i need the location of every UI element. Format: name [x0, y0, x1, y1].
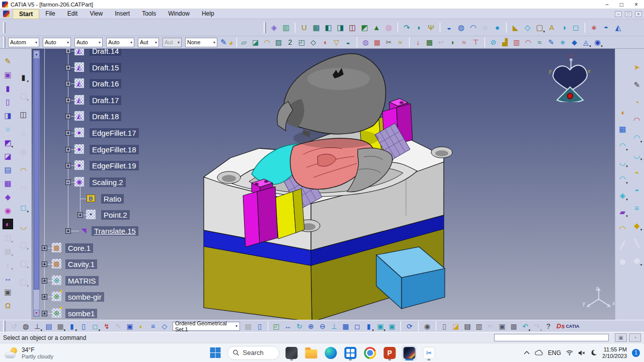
- surface-b-icon[interactable]: ◡: [617, 157, 628, 167]
- tray-chevron-icon[interactable]: [524, 351, 530, 355]
- stack-icon[interactable]: ≡: [148, 321, 158, 331]
- green-patch-icon[interactable]: ◗: [448, 37, 458, 47]
- boundary-icon[interactable]: ◇: [308, 37, 318, 47]
- sketch-dim-icon[interactable]: ✎: [113, 321, 123, 331]
- flash-surface-icon[interactable]: ◍: [361, 37, 371, 47]
- mesh-net-icon[interactable]: ▦: [372, 37, 382, 47]
- blue-fold-icon[interactable]: ◆: [570, 37, 580, 47]
- key-curve-icon[interactable]: ≈: [395, 37, 406, 47]
- cap-cyan-icon[interactable]: ◓: [631, 185, 642, 196]
- tree-expander-icon[interactable]: +: [65, 81, 71, 86]
- hole-icon[interactable]: ◉: [3, 205, 13, 216]
- diamond-wire-icon[interactable]: ◇: [159, 321, 170, 331]
- prism-icon[interactable]: ◩: [3, 137, 13, 148]
- blue-wings-icon[interactable]: ◬: [581, 37, 591, 47]
- flower-pink-icon[interactable]: ◍: [383, 22, 394, 33]
- bulb-icon[interactable]: ◐: [136, 321, 146, 331]
- fold-icon[interactable]: ◈: [617, 190, 628, 201]
- iso-view-icon[interactable]: ◻: [352, 321, 362, 331]
- gray-a-icon[interactable]: ▢: [18, 239, 29, 250]
- join-icon[interactable]: ▱: [239, 37, 249, 47]
- wifi-icon[interactable]: [566, 350, 573, 355]
- knowledge-icon[interactable]: ◈: [269, 22, 279, 33]
- scene-two-icon[interactable]: ◨: [335, 22, 346, 33]
- child-restore-button[interactable]: □: [625, 11, 632, 17]
- tree-item-draft.18[interactable]: +◭Draft.18: [32, 110, 615, 123]
- scaling-tool-icon[interactable]: ↕: [3, 259, 13, 270]
- notification-badge[interactable]: 1: [632, 349, 640, 357]
- child-minimize-button[interactable]: −: [615, 11, 622, 17]
- box-blue-icon[interactable]: ▯: [78, 321, 89, 331]
- measure-icon[interactable]: ↔: [3, 273, 13, 284]
- mass-icon[interactable]: Ω: [3, 300, 13, 311]
- glove-icon[interactable]: ◖: [617, 107, 628, 118]
- scene-one-icon[interactable]: ◧: [323, 22, 334, 33]
- cap-gold-icon[interactable]: ◓: [631, 167, 642, 178]
- plane-purple-icon[interactable]: ▰: [617, 207, 628, 217]
- focus-assist-moon-icon[interactable]: [591, 349, 597, 356]
- swap-arrow-icon[interactable]: ↷: [401, 22, 412, 33]
- tree-item-ratio[interactable]: BRatio: [32, 192, 615, 205]
- hat-red-icon[interactable]: ◠: [631, 115, 642, 125]
- globe-select-icon[interactable]: ◍: [21, 321, 31, 331]
- tree-expand-icon[interactable]: ▣: [125, 321, 135, 331]
- line-white-icon[interactable]: ╱: [617, 240, 628, 250]
- tree-expander-icon[interactable]: −: [65, 179, 71, 185]
- blue-pen-icon[interactable]: ✎: [546, 37, 556, 47]
- grid-icon[interactable]: ▦: [55, 321, 65, 331]
- tree-item-sombe1[interactable]: +⊛★sombe1: [32, 307, 615, 320]
- tree-item-draft.14[interactable]: +◭Draft.14: [32, 49, 615, 57]
- sail-icon[interactable]: ◭: [613, 22, 623, 33]
- start-button[interactable]: [208, 345, 223, 360]
- save-icon[interactable]: ▤: [462, 321, 472, 331]
- gold-gate-icon[interactable]: ▟: [500, 37, 510, 47]
- dialog-toggle-button[interactable]: ◔: [629, 333, 641, 342]
- gray-box-icon[interactable]: ▢: [18, 90, 29, 101]
- image-capture-icon[interactable]: ▦: [311, 22, 321, 33]
- print-icon[interactable]: ▥: [474, 321, 484, 331]
- arrow-down-net-icon[interactable]: ↓: [413, 37, 423, 47]
- wishbone-icon[interactable]: Ψ: [426, 22, 436, 33]
- gray-c-icon[interactable]: ▢: [18, 277, 29, 287]
- tree-item-cavity.1[interactable]: +▩Cavity.1: [32, 257, 615, 270]
- join-gold-icon[interactable]: ◆: [631, 220, 642, 231]
- drop-blue-icon[interactable]: ●: [492, 22, 503, 33]
- menu-file[interactable]: File: [39, 9, 61, 19]
- menu-window[interactable]: Window: [162, 9, 196, 19]
- gray-b-icon[interactable]: ▢: [18, 258, 29, 268]
- frame-o-icon[interactable]: ▢: [534, 22, 545, 33]
- speaker-muted-icon[interactable]: [578, 350, 586, 356]
- camera-icon[interactable]: ◉: [422, 321, 432, 331]
- pointer-gold-icon[interactable]: ➤: [631, 62, 642, 72]
- surface-c-icon[interactable]: ◠: [617, 173, 628, 184]
- dot-square-icon[interactable]: ▩: [425, 37, 435, 47]
- teal-blob-icon[interactable]: ◗: [414, 22, 424, 33]
- graphic-properties-dropdown-4[interactable]: Auto▾: [106, 38, 134, 47]
- tree-item-draft.17[interactable]: +◭Draft.17: [32, 94, 615, 107]
- tree-expander-icon[interactable]: +: [65, 65, 71, 70]
- open-icon[interactable]: ◪: [451, 321, 461, 331]
- painter-icon[interactable]: ✎: [220, 38, 227, 47]
- untrim-icon[interactable]: ▨: [274, 37, 284, 47]
- red-hook-icon[interactable]: ↩: [436, 37, 446, 47]
- line-b-white-icon[interactable]: ╲: [631, 238, 642, 248]
- cylinder-icon[interactable]: ○: [3, 124, 13, 134]
- paint-part-icon[interactable]: ▣: [3, 69, 13, 80]
- child-close-button[interactable]: ×: [635, 11, 642, 17]
- tree-expander-icon[interactable]: +: [77, 212, 83, 218]
- axis-white-icon[interactable]: ⊕: [631, 255, 642, 266]
- pan-icon[interactable]: ↔: [283, 321, 293, 331]
- mesh-sphere-icon[interactable]: ◍: [456, 22, 466, 33]
- pad-alt-icon[interactable]: ▮: [18, 72, 29, 82]
- tree-item-draft.16[interactable]: +◭Draft.16: [32, 77, 615, 90]
- paste-icon[interactable]: ▩: [509, 321, 519, 331]
- bowl-cyan-icon[interactable]: ◡: [631, 150, 642, 160]
- cut-icon[interactable]: ✂: [486, 321, 496, 331]
- green-waves-icon[interactable]: ≈: [535, 37, 545, 47]
- graphic-properties-dropdown-5[interactable]: Aut▾: [138, 38, 159, 47]
- tree-item-core.1[interactable]: +▩Core.1: [32, 241, 615, 254]
- untrim-two-icon[interactable]: 2: [285, 37, 295, 47]
- cube-cyan-icon[interactable]: ◻: [18, 202, 29, 213]
- catalog-u-icon[interactable]: U: [299, 22, 309, 33]
- surface-gold-icon[interactable]: ◠: [18, 165, 29, 175]
